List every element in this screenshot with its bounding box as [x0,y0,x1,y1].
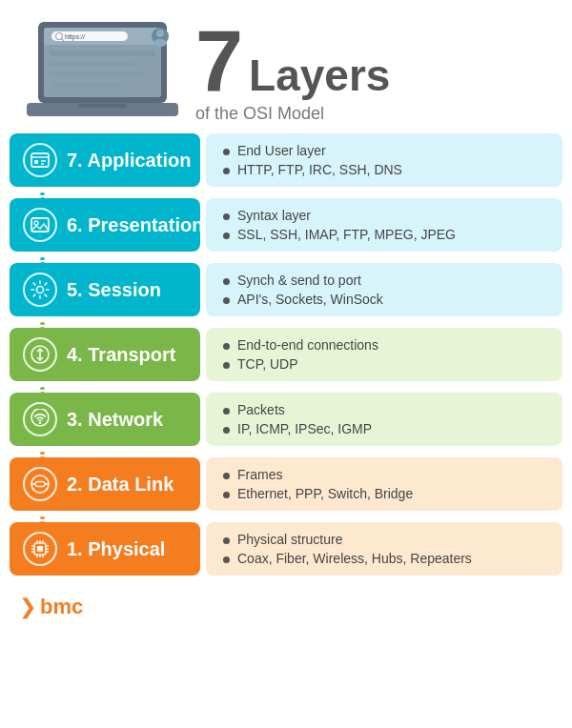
title-layers: Layers [249,53,390,97]
svg-rect-16 [31,153,49,167]
layer-name-1: 1. Physical [67,538,165,560]
bullet-text: End-to-end connections [237,337,378,353]
svg-point-23 [37,287,44,293]
layer-name-2: 2. Data Link [67,474,174,495]
bullet-dot [223,297,230,304]
svg-rect-33 [37,546,43,552]
layer-row-2: 2. Data LinkFramesEthernet, PPP, Switch,… [10,457,562,511]
layer-bullet-1-1: Physical structure [223,532,545,547]
layers-container: 7. ApplicationEnd User layerHTTP, FTP, I… [0,133,572,576]
layer-icon-2 [23,467,57,501]
layer-left-1: 1. Physical [10,522,200,576]
layer-bullet-5-2: API's, Sockets, WinSock [223,292,545,307]
svg-point-8 [156,30,164,37]
layer-bullet-3-2: IP, ICMP, IPSec, IGMP [223,421,545,436]
bullet-text: TCP, UDP [237,356,298,372]
layer-bullet-1-2: Coax, Fiber, Wireless, Hubs, Repeaters [223,551,545,566]
title-block: 7 Layers of the OSI Model [186,18,553,124]
layer-right-3: PacketsIP, ICMP, IPSec, IGMP [206,393,562,446]
bullet-text: Syntax layer [237,208,311,223]
layer-left-3: 3. Network [10,393,200,446]
layer-right-4: End-to-end connectionsTCP, UDP [206,328,562,381]
bullet-dot [223,473,230,479]
bullet-text: Synch & send to port [237,273,361,288]
layer-bullet-6-2: SSL, SSH, IMAP, FTP, MPEG, JPEG [223,227,545,242]
svg-rect-15 [78,104,127,108]
layer-bullet-4-2: TCP, UDP [223,356,545,372]
bullet-text: Ethernet, PPP, Switch, Bridge [237,486,413,501]
bullet-text: Coax, Fiber, Wireless, Hubs, Repeaters [237,551,472,566]
layer-icon-3 [23,402,57,436]
layer-bullet-2-2: Ethernet, PPP, Switch, Bridge [223,486,545,501]
layer-right-5: Synch & send to portAPI's, Sockets, WinS… [206,263,562,316]
svg-rect-18 [34,160,38,164]
title-subtitle: of the OSI Model [195,104,553,124]
layer-name-4: 4. Transport [67,344,175,366]
bullet-dot [223,556,230,563]
svg-rect-11 [50,61,135,67]
svg-rect-13 [50,82,121,88]
layer-left-7: 7. Application [10,133,200,187]
bullet-dot [223,427,230,434]
layer-bullet-5-1: Synch & send to port [223,273,545,288]
layer-right-7: End User layerHTTP, FTP, IRC, SSH, DNS [206,133,562,187]
bullet-text: API's, Sockets, WinSock [237,292,383,307]
layer-name-6: 6. Presentation [67,214,203,236]
layer-right-2: FramesEthernet, PPP, Switch, Bridge [206,457,562,511]
header: https:// 7 Layers of the OSI Model [0,0,572,133]
layer-row-6: 6. PresentationSyntax layerSSL, SSH, IMA… [10,198,562,252]
layer-icon-1 [23,532,57,566]
layer-left-2: 2. Data Link [10,457,200,511]
layer-name-3: 3. Network [67,409,163,431]
layer-left-4: 4. Transport [10,328,200,381]
layer-bullet-7-2: HTTP, FTP, IRC, SSH, DNS [223,162,545,177]
layer-icon-5 [23,273,57,307]
svg-rect-12 [50,71,145,77]
layer-bullet-3-1: Packets [223,402,545,417]
bmc-logo-text: bmc [40,595,83,619]
bullet-dot [223,492,230,498]
bullet-text: SSL, SSH, IMAP, FTP, MPEG, JPEG [237,227,456,242]
svg-rect-10 [50,51,155,56]
bullet-dot [223,537,230,544]
layer-bullet-6-1: Syntax layer [223,208,545,223]
layer-row-1: 1. PhysicalPhysical structureCoax, Fiber… [10,522,562,576]
bullet-dot [223,343,230,350]
bullet-dot [223,213,230,220]
bullet-dot [223,233,230,239]
layer-left-6: 6. Presentation [10,198,200,252]
bullet-dot [223,149,230,155]
footer: ❯ bmc [0,583,572,629]
bullet-dot [223,408,230,415]
bullet-text: End User layer [237,143,326,158]
layer-bullet-7-1: End User layer [223,143,545,158]
bullet-text: IP, ICMP, IPSec, IGMP [237,421,372,436]
bullet-dot [223,168,230,174]
bullet-dot [223,278,230,285]
svg-text:https://: https:// [65,33,85,41]
layer-bullet-2-1: Frames [223,467,545,482]
bullet-text: HTTP, FTP, IRC, SSH, DNS [237,162,402,177]
bullet-text: Packets [237,402,285,417]
svg-rect-29 [35,482,45,487]
layer-icon-6 [23,208,57,242]
layer-icon-7 [23,143,57,177]
layer-icon-4 [23,337,57,372]
layer-name-7: 7. Application [67,150,191,172]
bmc-icon: ❯ [19,595,36,619]
bullet-text: Physical structure [237,532,342,547]
layer-row-3: 3. NetworkPacketsIP, ICMP, IPSec, IGMP [10,393,562,446]
layer-left-5: 5. Session [10,263,200,316]
layer-right-1: Physical structureCoax, Fiber, Wireless,… [206,522,562,576]
svg-point-9 [153,39,167,47]
title-number: 7 [195,18,243,104]
bmc-logo: ❯ bmc [19,595,83,619]
bullet-dot [223,362,230,369]
svg-point-22 [34,221,38,225]
layer-row-5: 5. SessionSynch & send to portAPI's, Soc… [10,263,562,316]
layer-row-4: 4. TransportEnd-to-end connectionsTCP, U… [10,328,562,381]
layer-name-5: 5. Session [67,279,161,301]
layer-row-7: 7. ApplicationEnd User layerHTTP, FTP, I… [10,133,562,187]
layer-bullet-4-1: End-to-end connections [223,337,545,353]
svg-point-27 [39,422,41,424]
